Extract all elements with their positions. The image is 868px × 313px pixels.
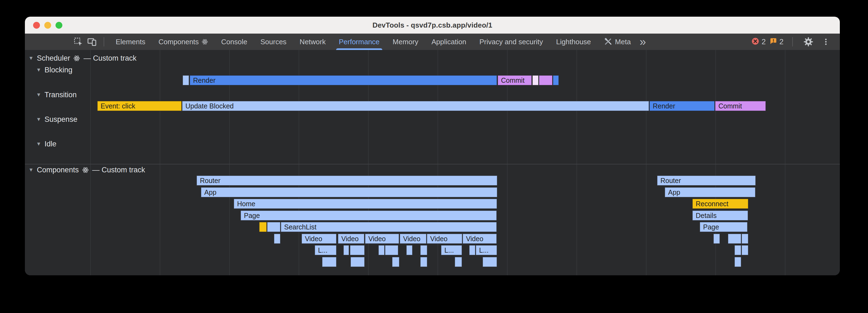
flame-bar[interactable] [455, 257, 462, 267]
tab-label: Elements [116, 38, 145, 46]
flame-bar[interactable] [742, 245, 748, 255]
flame-bar-l[interactable]: L... [315, 245, 336, 255]
flame-bar-video[interactable]: Video [427, 234, 462, 244]
tab-meta[interactable]: Meta [597, 34, 638, 50]
flame-bar-reconnect[interactable]: Reconnect [692, 199, 748, 209]
flame-bar-details[interactable]: Details [692, 211, 748, 220]
flame-bar-router[interactable]: Router [197, 176, 497, 185]
tab-privacy-and-security[interactable]: Privacy and security [473, 34, 550, 50]
flame-bar[interactable] [539, 75, 552, 85]
more-tabs-icon[interactable]: » [640, 34, 646, 50]
flame-bar-page[interactable]: Page [700, 222, 747, 232]
tab-application[interactable]: Application [425, 34, 473, 50]
flame-bar-l[interactable]: L... [441, 245, 462, 255]
track-header-scheduler[interactable]: ▼Scheduler— Custom track [28, 53, 136, 64]
kebab-menu-icon[interactable] [819, 35, 833, 48]
collapse-triangle-icon[interactable]: ▼ [36, 92, 41, 98]
flame-bar-label: App [201, 188, 216, 196]
flame-bar-commit[interactable]: Commit [498, 75, 532, 85]
collapse-triangle-icon[interactable]: ▼ [36, 67, 41, 73]
flame-bar[interactable] [322, 257, 336, 267]
minimize-button[interactable] [44, 22, 51, 29]
flame-bar-video[interactable]: Video [463, 234, 497, 244]
flame-bar-video[interactable]: Video [365, 234, 399, 244]
flame-bar-page[interactable]: Page [241, 211, 497, 220]
flame-bar-router[interactable]: Router [657, 176, 755, 185]
window-title: DevTools - qsvd7p.csb.app/video/1 [372, 21, 492, 30]
flame-bar[interactable] [385, 245, 398, 255]
flame-bar-video[interactable]: Video [338, 234, 364, 244]
flame-bar-render[interactable]: Render [650, 101, 715, 111]
error-icon [751, 37, 760, 46]
flame-bar[interactable] [735, 245, 741, 255]
toolbar-separator [104, 37, 104, 46]
track-row-idle[interactable]: ▼Idle [36, 138, 56, 149]
console-errors-badge[interactable]: 2 [751, 37, 766, 46]
flame-bar[interactable] [553, 75, 559, 85]
flame-bar-event-click[interactable]: Event: click [97, 101, 182, 111]
flame-bar-video[interactable]: Video [400, 234, 426, 244]
flame-bar[interactable] [259, 222, 267, 232]
tab-lighthouse[interactable]: Lighthouse [550, 34, 597, 50]
collapse-triangle-icon[interactable]: ▼ [36, 116, 41, 123]
tab-performance[interactable]: Performance [332, 34, 386, 50]
flame-bar-app[interactable]: App [201, 187, 497, 197]
tab-memory[interactable]: Memory [386, 34, 425, 50]
issue-icon [770, 37, 777, 46]
tab-console[interactable]: Console [215, 34, 254, 50]
zoom-button[interactable] [56, 22, 62, 29]
tab-network[interactable]: Network [293, 34, 332, 50]
collapse-triangle-icon[interactable]: ▼ [36, 141, 41, 147]
flame-bar[interactable] [532, 75, 538, 85]
tab-label: Meta [615, 38, 631, 46]
flame-bar-label: Router [657, 177, 681, 185]
flame-bar[interactable] [728, 234, 741, 244]
flame-bar[interactable] [392, 257, 399, 267]
flame-bar-update-blocked[interactable]: Update Blocked [182, 101, 649, 111]
flame-bar[interactable] [742, 234, 748, 244]
track-header-components[interactable]: ▼Components— Custom track [28, 165, 145, 175]
issues-badge[interactable]: 2 [770, 37, 783, 46]
collapse-triangle-icon[interactable]: ▼ [28, 167, 34, 173]
tab-elements[interactable]: Elements [109, 34, 152, 50]
flame-bar[interactable] [378, 245, 384, 255]
flame-bar[interactable] [350, 257, 365, 267]
track-row-suspense[interactable]: ▼Suspense [36, 114, 78, 125]
inspect-element-icon[interactable] [71, 35, 85, 48]
track-row-transition[interactable]: ▼Transition [36, 89, 76, 100]
flame-bar[interactable] [713, 234, 720, 244]
tab-components[interactable]: Components [152, 34, 214, 50]
flame-bar[interactable] [267, 222, 280, 232]
flame-bar[interactable] [469, 245, 475, 255]
flame-bar[interactable] [483, 257, 497, 267]
flame-bar-commit[interactable]: Commit [715, 101, 766, 111]
flame-bar[interactable] [183, 75, 189, 85]
flame-bar-label: Video [365, 235, 386, 243]
flame-bar[interactable] [420, 245, 427, 255]
flame-bar[interactable] [274, 234, 280, 244]
track-label-text: Blocking [44, 66, 72, 74]
track-row-blocking[interactable]: ▼Blocking [36, 65, 72, 75]
flame-bar[interactable] [350, 245, 365, 255]
flame-bar-home[interactable]: Home [234, 199, 497, 209]
flame-bar[interactable] [420, 257, 427, 267]
flame-bar-label: SearchList [281, 223, 316, 231]
flame-bar[interactable] [406, 245, 412, 255]
flame-bar[interactable] [735, 257, 741, 267]
flame-bar-render[interactable]: Render [190, 75, 497, 85]
flame-bar-label: L... [476, 246, 489, 254]
collapse-triangle-icon[interactable]: ▼ [28, 55, 34, 61]
flame-bar-app[interactable]: App [665, 187, 755, 197]
flame-bar-video[interactable]: Video [302, 234, 336, 244]
flame-bar-searchlist[interactable]: SearchList [281, 222, 497, 232]
close-button[interactable] [33, 22, 40, 29]
flame-bar-l[interactable]: L... [476, 245, 497, 255]
flame-bar[interactable] [343, 245, 349, 255]
devtools-toolbar: ElementsComponentsConsoleSourcesNetworkP… [25, 34, 840, 50]
device-toolbar-icon[interactable] [85, 35, 99, 48]
tab-sources[interactable]: Sources [254, 34, 293, 50]
settings-gear-icon[interactable] [802, 35, 815, 48]
tab-label: Privacy and security [479, 38, 543, 46]
tools-icon [604, 38, 612, 46]
flame-bar-label: App [665, 188, 680, 196]
